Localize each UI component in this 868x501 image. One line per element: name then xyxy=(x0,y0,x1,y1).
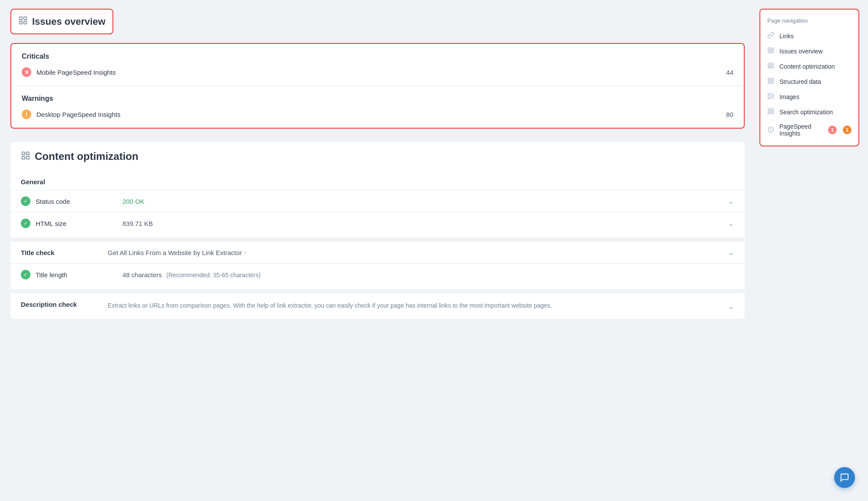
status-code-label: Status code xyxy=(36,198,122,205)
svg-point-21 xyxy=(769,95,770,96)
svg-rect-15 xyxy=(771,66,773,68)
svg-rect-3 xyxy=(24,21,26,24)
html-size-ok-icon: ✓ xyxy=(21,219,30,228)
content-opt-title: Content optimization xyxy=(35,150,139,163)
status-code-row[interactable]: ✓ Status code 200 OK ⌄ xyxy=(10,190,745,212)
svg-rect-10 xyxy=(768,51,770,53)
nav-structured-icon xyxy=(767,77,775,86)
nav-content-icon xyxy=(767,62,775,70)
status-code-value: 200 OK xyxy=(122,198,728,205)
critical-label-0: Mobile PageSpeed Insights xyxy=(36,69,721,76)
nav-search-label: Search optimization xyxy=(779,109,851,116)
nav-structured-label: Structured data xyxy=(779,78,851,85)
svg-rect-24 xyxy=(768,112,770,114)
content-opt-icon xyxy=(21,151,30,162)
description-check-label: Description check xyxy=(21,301,108,308)
criticals-section: Criticals ✕ Mobile PageSpeed Insights 44 xyxy=(11,44,744,86)
svg-rect-8 xyxy=(768,48,770,50)
title-check-chevron[interactable]: ⌄ xyxy=(728,248,734,257)
nav-item-links[interactable]: Links xyxy=(760,28,858,43)
title-length-row: ✓ Title length 48 characters (Recommende… xyxy=(10,263,745,285)
svg-rect-4 xyxy=(22,152,25,155)
nav-pagespeed-icon xyxy=(767,126,775,134)
warning-row-0: ! Desktop PageSpeed Insights 80 xyxy=(22,109,733,119)
external-link-icon: ▫ xyxy=(244,249,246,255)
nav-item-search-opt[interactable]: Search optimization xyxy=(760,104,858,119)
warnings-section: Warnings ! Desktop PageSpeed Insights 80 xyxy=(11,86,744,128)
nav-issues-label: Issues overview xyxy=(779,48,851,55)
nav-item-issues-overview[interactable]: Issues overview xyxy=(760,43,858,59)
nav-item-structured-data[interactable]: Structured data xyxy=(760,74,858,89)
title-text: Get All Links From a Website by Link Ext… xyxy=(108,249,242,256)
title-check-group-label: Title check xyxy=(21,249,108,256)
nav-pagespeed-label: PageSpeed Insights xyxy=(779,123,824,137)
fab-button[interactable] xyxy=(834,467,855,488)
svg-rect-6 xyxy=(22,156,25,159)
svg-rect-16 xyxy=(768,78,770,80)
critical-icon: ✕ xyxy=(22,67,31,77)
nav-links-label: Links xyxy=(779,33,851,40)
title-length-recommended: (Recommended: 35-65 characters) xyxy=(166,272,261,279)
nav-pagespeed-badge2: 1 xyxy=(843,126,851,134)
html-size-label: HTML size xyxy=(36,220,122,227)
nav-item-pagespeed[interactable]: PageSpeed Insights 1 1 xyxy=(760,119,858,140)
issues-overview-title: Issues overview xyxy=(32,16,106,27)
svg-rect-9 xyxy=(771,48,773,50)
html-size-value: 839.71 KB xyxy=(122,220,728,227)
warning-count-0: 80 xyxy=(726,111,733,118)
svg-rect-14 xyxy=(768,66,770,68)
criticals-title: Criticals xyxy=(22,53,733,60)
svg-rect-23 xyxy=(771,109,773,111)
nav-item-images[interactable]: Images xyxy=(760,89,858,104)
title-length-ok-icon: ✓ xyxy=(21,270,30,279)
description-check-text: Extract links or URLs from comparison pa… xyxy=(108,301,723,310)
description-chevron[interactable]: ⌄ xyxy=(728,302,734,311)
title-length-value: 48 characters (Recommended: 35-65 charac… xyxy=(122,271,734,279)
svg-rect-2 xyxy=(20,21,22,24)
general-subsection: General ✓ Status code 200 OK ⌄ ✓ HTML si… xyxy=(10,170,745,234)
issues-card: Criticals ✕ Mobile PageSpeed Insights 44… xyxy=(10,43,745,129)
status-code-chevron[interactable]: ⌄ xyxy=(728,196,734,206)
svg-rect-12 xyxy=(768,63,770,65)
svg-rect-25 xyxy=(771,112,773,114)
critical-row-0: ✕ Mobile PageSpeed Insights 44 xyxy=(22,67,733,77)
svg-rect-17 xyxy=(771,78,773,80)
page-nav-title: Page navigation xyxy=(760,15,858,28)
svg-rect-22 xyxy=(768,109,770,111)
status-code-ok-icon: ✓ xyxy=(21,196,30,206)
description-check-header: Description check Extract links or URLs … xyxy=(10,292,745,319)
content-opt-title-row: Content optimization xyxy=(10,142,745,170)
title-check-header[interactable]: Title check Get All Links From a Website… xyxy=(10,241,745,263)
page-navigation: Page navigation Links Issues overview xyxy=(759,9,859,146)
svg-rect-1 xyxy=(24,17,26,20)
title-check-subsection: Title check Get All Links From a Website… xyxy=(10,241,745,285)
title-check-value: Get All Links From a Website by Link Ext… xyxy=(108,249,728,256)
description-check-subsection: Description check Extract links or URLs … xyxy=(10,292,745,319)
nav-images-label: Images xyxy=(779,93,851,100)
warnings-title: Warnings xyxy=(22,95,733,103)
html-size-row[interactable]: ✓ HTML size 839.71 KB ⌄ xyxy=(10,212,745,234)
svg-rect-19 xyxy=(771,81,773,83)
general-title: General xyxy=(10,170,745,190)
svg-rect-18 xyxy=(768,81,770,83)
link-icon xyxy=(767,32,775,40)
svg-rect-5 xyxy=(26,152,29,155)
nav-search-icon xyxy=(767,108,775,116)
svg-rect-0 xyxy=(20,17,22,20)
svg-rect-11 xyxy=(771,51,773,53)
title-length-label: Title length xyxy=(36,271,122,279)
nav-images-icon xyxy=(767,93,775,101)
issues-overview-icon xyxy=(18,16,28,27)
critical-count-0: 44 xyxy=(726,69,733,76)
issues-overview-header: Issues overview xyxy=(10,9,113,34)
nav-issues-icon xyxy=(767,47,775,55)
nav-item-content-opt[interactable]: Content optimization xyxy=(760,59,858,74)
content-optimization-section: Content optimization General ✓ Status co… xyxy=(10,142,745,319)
svg-rect-7 xyxy=(26,156,29,159)
warning-icon: ! xyxy=(22,109,31,119)
nav-pagespeed-badge1: 1 xyxy=(828,126,837,134)
svg-rect-13 xyxy=(771,63,773,65)
nav-content-label: Content optimization xyxy=(779,63,851,70)
warning-label-0: Desktop PageSpeed Insights xyxy=(36,111,721,118)
html-size-chevron[interactable]: ⌄ xyxy=(728,219,734,228)
